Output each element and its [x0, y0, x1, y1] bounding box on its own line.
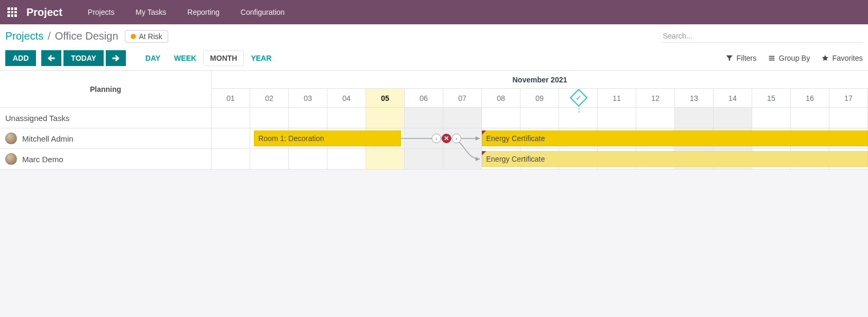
- star-icon: [821, 54, 829, 62]
- gantt-task-label: Room 1: Decoration: [258, 134, 324, 143]
- brand-label: Project: [26, 6, 62, 18]
- day-header-cell: 09: [520, 89, 559, 107]
- search-input[interactable]: [662, 30, 863, 43]
- status-badge[interactable]: At Risk: [125, 30, 168, 43]
- dep-nav-right[interactable]: ›: [452, 134, 461, 143]
- gantt-header: Planning November 2021 01020304050607080…: [0, 71, 868, 108]
- next-button[interactable]: 🡪: [106, 50, 126, 66]
- gantt-row-side[interactable]: Unassigned Tasks: [0, 108, 212, 128]
- day-header-cell: 05: [366, 89, 405, 107]
- task-flag-icon: [482, 130, 486, 135]
- breadcrumb: Projects / Office Design: [5, 30, 118, 42]
- top-navbar: Project Projects My Tasks Reporting Conf…: [0, 0, 868, 24]
- status-label: At Risk: [139, 32, 162, 41]
- dep-nav-left[interactable]: ‹: [432, 134, 441, 143]
- scale-year[interactable]: YEAR: [244, 50, 278, 66]
- gantt-row-label: Mitchell Admin: [22, 134, 74, 143]
- gantt-row-side[interactable]: Marc Demo: [0, 149, 212, 169]
- gantt-view: Planning November 2021 01020304050607080…: [0, 71, 868, 170]
- gantt-row-label: Unassigned Tasks: [5, 114, 69, 123]
- task-flag-icon: [482, 151, 486, 155]
- planning-header: Planning: [0, 71, 212, 107]
- day-header-cell: 12: [636, 89, 675, 107]
- nav-projects[interactable]: Projects: [78, 8, 124, 16]
- day-header-cell: 02: [250, 89, 289, 107]
- prev-button[interactable]: 🡨: [41, 50, 61, 66]
- day-header-cell: 16: [791, 89, 829, 107]
- gantt-task-bar[interactable]: Energy Certificate: [482, 151, 868, 167]
- status-dot-icon: [131, 34, 136, 39]
- today-button[interactable]: TODAY: [63, 50, 103, 66]
- nav-reporting[interactable]: Reporting: [178, 8, 229, 16]
- gantt-task-bar[interactable]: Room 1: Decoration: [254, 130, 400, 146]
- apps-icon[interactable]: [7, 7, 17, 17]
- nav-configuration[interactable]: Configuration: [231, 8, 294, 16]
- filter-icon: [726, 54, 733, 62]
- gantt-body: Unassigned TasksMitchell AdminMarc Demo …: [0, 108, 868, 170]
- day-header-cell: 17: [829, 89, 868, 107]
- chevron-left-icon: 🡨: [48, 54, 55, 62]
- gantt-row-label: Marc Demo: [22, 155, 63, 164]
- day-header-cell: 11: [598, 89, 636, 107]
- scale-week[interactable]: WEEK: [167, 50, 203, 66]
- breadcrumb-root[interactable]: Projects: [5, 30, 43, 42]
- control-panel: Projects / Office Design At Risk ADD 🡨 T…: [0, 24, 868, 71]
- breadcrumb-current: Office Design: [55, 30, 118, 42]
- filters-label: Filters: [736, 54, 756, 62]
- day-row: 0102030405060708091011121314151617: [212, 89, 868, 107]
- day-header-cell: 15: [752, 89, 791, 107]
- group-by-label: Group By: [779, 54, 810, 62]
- day-header-cell: 03: [289, 89, 327, 107]
- top-nav: Projects My Tasks Reporting Configuratio…: [78, 8, 294, 16]
- dep-status-pill[interactable]: ✕: [442, 134, 451, 143]
- group-by-button[interactable]: Group By: [768, 54, 810, 62]
- favorites-button[interactable]: Favorites: [821, 54, 863, 62]
- scale-day[interactable]: DAY: [139, 50, 167, 66]
- day-header-cell: 06: [405, 89, 443, 107]
- gantt-overlay: Room 1: DecorationEnergy CertificateEner…: [212, 108, 868, 170]
- gantt-task-label: Energy Certificate: [486, 134, 545, 143]
- breadcrumb-sep: /: [48, 30, 51, 42]
- avatar: [5, 133, 17, 144]
- scale-month[interactable]: MONTH: [203, 50, 244, 66]
- scale-switch: DAY WEEK MONTH YEAR: [139, 50, 279, 66]
- nav-my-tasks[interactable]: My Tasks: [126, 8, 176, 16]
- month-label: November 2021: [212, 71, 868, 89]
- day-header-cell: 08: [482, 89, 520, 107]
- add-button[interactable]: ADD: [5, 50, 36, 66]
- gantt-task-label: Energy Certificate: [486, 155, 545, 163]
- day-header-cell: 13: [675, 89, 714, 107]
- day-header-cell: 14: [714, 89, 752, 107]
- filters-button[interactable]: Filters: [726, 54, 756, 62]
- check-icon: ✓: [573, 92, 584, 103]
- chevron-right-icon: 🡪: [112, 54, 120, 62]
- gantt-row-side[interactable]: Mitchell Admin: [0, 128, 212, 148]
- gantt-task-bar[interactable]: Energy Certificate: [482, 130, 868, 146]
- day-header-cell: 07: [443, 89, 482, 107]
- list-icon: [768, 54, 775, 62]
- day-header-cell: 01: [212, 89, 250, 107]
- avatar: [5, 153, 17, 165]
- day-header-cell: 04: [327, 89, 366, 107]
- favorites-label: Favorites: [832, 54, 863, 62]
